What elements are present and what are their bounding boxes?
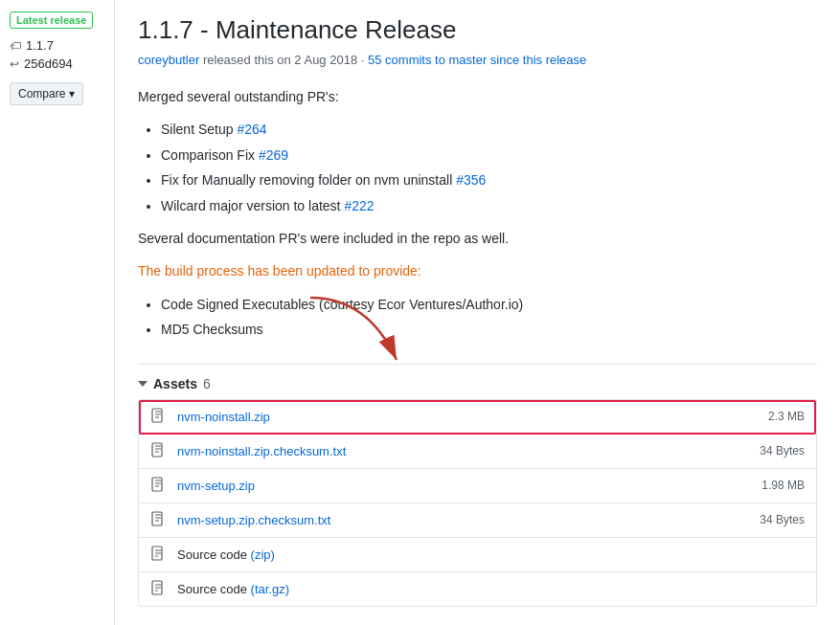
assets-header: Assets 6	[138, 376, 817, 391]
assets-section: Assets 6 nvm-noinstall.zip 2.3	[138, 364, 817, 607]
sidebar: Latest release 🏷 1.1.7 ↩ 256d694 Compare…	[0, 0, 115, 625]
zip-icon	[150, 408, 170, 426]
intro-text: Merged several outstanding PR's:	[138, 86, 817, 107]
release-date: 2 Aug 2018	[294, 53, 357, 67]
asset-name-nvm-noinstall-zip[interactable]: nvm-noinstall.zip	[177, 410, 768, 424]
pr-264-link[interactable]: #264	[237, 122, 266, 137]
asset-row: nvm-setup.zip.checksum.txt 34 Bytes	[139, 503, 816, 538]
release-body: Merged several outstanding PR's: Silent …	[138, 86, 817, 341]
compare-button[interactable]: Compare ▾	[10, 82, 83, 105]
svg-rect-13	[152, 512, 162, 525]
author-link[interactable]: coreybutler	[138, 53, 199, 67]
sidebar-commit: ↩ 256d694	[10, 56, 104, 71]
asset-name-setup-checksum-txt[interactable]: nvm-setup.zip.checksum.txt	[177, 513, 760, 527]
list-item: Comparison Fix #269	[161, 145, 817, 166]
asset-size: 2.3 MB	[768, 410, 805, 423]
asset-row: nvm-noinstall.zip 2.3 MB	[139, 400, 816, 435]
latest-release-badge: Latest release	[10, 11, 93, 29]
assets-count: 6	[203, 376, 211, 391]
pr-269-link[interactable]: #269	[259, 147, 288, 163]
tag-icon: 🏷	[10, 39, 21, 53]
asset-size: 1.98 MB	[761, 479, 805, 492]
commit-label: 256d694	[24, 56, 73, 71]
asset-size: 34 Bytes	[760, 444, 805, 458]
asset-name-nvm-setup-zip[interactable]: nvm-setup.zip	[177, 479, 761, 493]
svg-rect-1	[152, 409, 162, 422]
asset-row: nvm-setup.zip 1.98 MB	[139, 469, 816, 503]
pr-222-link[interactable]: #222	[344, 198, 374, 213]
assets-label: Assets	[153, 376, 197, 391]
source-icon	[150, 546, 170, 564]
main-content: 1.1.7 - Maintenance Release coreybutler …	[115, 0, 840, 625]
svg-rect-9	[152, 478, 162, 491]
source-icon	[150, 580, 170, 598]
assets-table: nvm-noinstall.zip 2.3 MB nvm-noinstall.z…	[138, 399, 817, 607]
list-item: Silent Setup #264	[161, 119, 817, 140]
compare-chevron-icon: ▾	[69, 87, 75, 100]
source-code-targz: Source code (tar.gz)	[177, 582, 805, 596]
list-item: Wilcard major version to latest #222	[161, 195, 817, 216]
asset-row: Source code (zip)	[139, 538, 816, 572]
svg-rect-5	[152, 443, 162, 457]
pr-356-link[interactable]: #356	[456, 172, 486, 188]
asset-name-checksum-txt[interactable]: nvm-noinstall.zip.checksum.txt	[177, 444, 760, 458]
release-action: released this on	[203, 53, 294, 67]
list-item: Fix for Manually removing folder on nvm …	[161, 169, 817, 190]
zip-icon	[150, 511, 170, 529]
list-item: MD5 Checksums	[161, 319, 817, 340]
bullets-list: Silent Setup #264 Comparison Fix #269 Fi…	[161, 119, 817, 216]
list-item: Code Signed Executables (courtesy Ecor V…	[161, 294, 817, 315]
zip-icon	[150, 442, 170, 460]
release-meta: coreybutler released this on 2 Aug 2018 …	[138, 53, 817, 67]
source-code-zip-link[interactable]: (zip)	[251, 547, 275, 562]
build-note: The build process has been updated to pr…	[138, 260, 817, 281]
assets-toggle-icon[interactable]	[138, 381, 148, 387]
source-code-targz-link[interactable]: (tar.gz)	[251, 582, 289, 596]
commit-icon: ↩	[10, 57, 19, 71]
asset-row: Source code (tar.gz)	[139, 572, 816, 606]
sidebar-tag: 🏷 1.1.7	[10, 38, 104, 53]
asset-row: nvm-noinstall.zip.checksum.txt 34 Bytes	[139, 435, 816, 469]
release-separator: ·	[361, 53, 368, 67]
doc-note: Several documentation PR's were included…	[138, 228, 817, 249]
tag-label: 1.1.7	[26, 38, 54, 53]
source-code-zip: Source code (zip)	[177, 547, 805, 562]
release-title: 1.1.7 - Maintenance Release	[138, 15, 817, 45]
commits-link[interactable]: 55 commits to master since this release	[368, 53, 586, 67]
asset-size: 34 Bytes	[760, 513, 805, 526]
zip-icon	[150, 477, 170, 495]
compare-label: Compare	[18, 87, 65, 100]
build-bullets-list: Code Signed Executables (courtesy Ecor V…	[161, 294, 817, 341]
